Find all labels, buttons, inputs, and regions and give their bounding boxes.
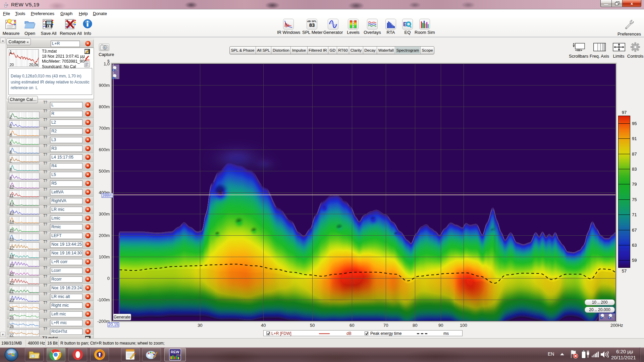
svg-text:9: 9 <box>353 26 354 28</box>
svg-text:V5.1: V5.1 <box>176 354 181 356</box>
svg-text:REW: REW <box>171 350 179 354</box>
